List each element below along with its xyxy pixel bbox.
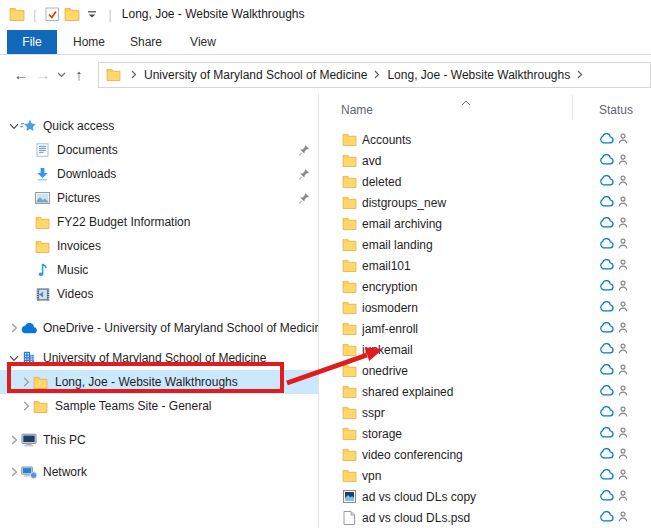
building-icon (20, 351, 37, 365)
file-row-ad-vs-cloud-dls-psd[interactable]: ad vs cloud DLs.psd (319, 507, 651, 528)
file-row-shared-explained[interactable]: shared explained (319, 381, 651, 402)
shared-status-icon (618, 490, 628, 504)
cloud-status-icon (599, 280, 614, 294)
sidebar-item-sample-teams-site-general[interactable]: Sample Teams Site - General (0, 394, 318, 418)
folder-icon (341, 427, 357, 440)
shared-status-icon (618, 175, 628, 189)
breadcrumb-folder-icon (105, 68, 122, 81)
chevron-right-icon[interactable] (8, 467, 20, 477)
file-row-email101[interactable]: email101 (319, 255, 651, 276)
sidebar-item-label: Long, Joe - Website Walkthroughs (55, 375, 238, 389)
column-header-name[interactable]: Name (341, 103, 373, 117)
customize-qat-dropdown-icon[interactable] (82, 4, 102, 24)
sidebar-section-network[interactable]: Network (0, 460, 318, 484)
chevron-down-icon[interactable] (8, 355, 20, 362)
pin-icon (298, 168, 310, 183)
file-row-junkemail[interactable]: junkemail (319, 339, 651, 360)
cloud-status-icon (599, 217, 614, 231)
file-row-vpn[interactable]: vpn (319, 465, 651, 486)
file-name: distgroups_new (362, 196, 599, 210)
tab-view[interactable]: View (178, 30, 228, 54)
address-field[interactable]: University of Maryland School of Medicin… (98, 62, 651, 88)
tab-share[interactable]: Share (121, 30, 171, 54)
image-icon (341, 490, 357, 503)
folder-icon (341, 175, 357, 188)
file-row-storage[interactable]: storage (319, 423, 651, 444)
chevron-right-icon[interactable] (20, 377, 32, 387)
file-row-video-conferencing[interactable]: video conferencing (319, 444, 651, 465)
breadcrumb-crumb-2[interactable]: Long, Joe - Website Walkthroughs (383, 68, 574, 82)
sidebar-section-label: This PC (43, 433, 86, 447)
file-row-iosmodern[interactable]: iosmodern (319, 297, 651, 318)
file-row-email-landing[interactable]: email landing (319, 234, 651, 255)
new-folder-icon[interactable] (62, 4, 82, 24)
title-bar: | | Long, Joe - Website Walkthroughs (0, 0, 651, 28)
file-name: video conferencing (362, 448, 599, 462)
breadcrumb-chevron-icon[interactable] (371, 70, 383, 79)
file-name: shared explained (362, 385, 599, 399)
sidebar-section-quick-access[interactable]: Quick access (0, 114, 318, 138)
sidebar-section-this-pc[interactable]: This PC (0, 428, 318, 452)
file-row-encryption[interactable]: encryption (319, 276, 651, 297)
sidebar-section-label: University of Maryland School of Medicin… (43, 351, 266, 365)
shared-status-icon (618, 364, 628, 378)
file-row-deleted[interactable]: deleted (319, 171, 651, 192)
folder-icon (341, 406, 357, 419)
sidebar-item-documents[interactable]: Documents (0, 138, 318, 162)
file-explorer-window: | | Long, Joe - Website Walkthroughs Fil… (0, 0, 651, 528)
folder-icon (341, 322, 357, 335)
sidebar-section-onedrive-university-of-maryland-school-of-medicir[interactable]: OneDrive - University of Maryland School… (0, 316, 318, 340)
cloud-status-icon (599, 385, 614, 399)
file-row-sspr[interactable]: sspr (319, 402, 651, 423)
file-row-ad-vs-cloud-dls-copy[interactable]: ad vs cloud DLs copy (319, 486, 651, 507)
folder-icon (341, 154, 357, 167)
folder-icon (341, 385, 357, 398)
recent-locations-dropdown-icon[interactable] (54, 72, 68, 78)
cloud-status-icon (599, 490, 614, 504)
forward-button[interactable]: → (32, 66, 54, 83)
file-row-accounts[interactable]: Accounts (319, 129, 651, 150)
sidebar-item-pictures[interactable]: Pictures (0, 186, 318, 210)
file-row-avd[interactable]: avd (319, 150, 651, 171)
chevron-right-icon[interactable] (8, 435, 20, 445)
sidebar-section-label: OneDrive - University of Maryland School… (43, 321, 318, 335)
sidebar-item-music[interactable]: Music (0, 258, 318, 282)
sidebar-item-label: Documents (57, 143, 118, 157)
shared-status-icon (618, 259, 628, 273)
file-row-onedrive[interactable]: onedrive (319, 360, 651, 381)
column-header-status[interactable]: Status (599, 103, 633, 117)
cloud-status-icon (599, 238, 614, 252)
sidebar-item-invoices[interactable]: Invoices (0, 234, 318, 258)
cloud-status-icon (599, 343, 614, 357)
navigation-pane: Quick accessDocumentsDownloadsPicturesFY… (0, 94, 319, 528)
sidebar-item-fy22-budget-information[interactable]: FY22 Budget Information (0, 210, 318, 234)
file-rows: Accountsavddeleteddistgroups_newemail ar… (319, 129, 651, 528)
folder-icon (341, 259, 357, 272)
shared-status-icon (618, 154, 628, 168)
file-row-distgroups-new[interactable]: distgroups_new (319, 192, 651, 213)
chevron-right-icon[interactable] (8, 323, 20, 333)
sidebar-section-university-of-maryland-school-of-medicine[interactable]: University of Maryland School of Medicin… (0, 346, 318, 370)
tab-home[interactable]: Home (64, 30, 114, 54)
file-row-jamf-enroll[interactable]: jamf-enroll (319, 318, 651, 339)
sidebar-item-long-joe-website-walkthroughs[interactable]: Long, Joe - Website Walkthroughs (0, 370, 318, 394)
tab-file[interactable]: File (7, 30, 57, 54)
column-divider[interactable] (572, 95, 573, 120)
breadcrumb-chevron-icon[interactable] (128, 70, 140, 79)
chevron-down-icon[interactable] (8, 123, 20, 130)
file-list-pane: Name Status Accountsavddeleteddistgroups… (319, 94, 651, 528)
back-button[interactable]: ← (10, 66, 32, 83)
chevron-right-icon[interactable] (20, 401, 32, 411)
folder-icon (32, 400, 49, 413)
cloud-status-icon (599, 469, 614, 483)
shared-status-icon (618, 427, 628, 441)
properties-check-icon[interactable] (42, 4, 62, 24)
up-button[interactable]: ↑ (68, 66, 90, 83)
file-row-email-archiving[interactable]: email archiving (319, 213, 651, 234)
sidebar-item-videos[interactable]: Videos (0, 282, 318, 306)
file-name: avd (362, 154, 599, 168)
breadcrumb-chevron-icon[interactable] (574, 70, 586, 79)
breadcrumb-crumb-1[interactable]: University of Maryland School of Medicin… (140, 68, 371, 82)
cloud-status-icon (599, 406, 614, 420)
sidebar-item-downloads[interactable]: Downloads (0, 162, 318, 186)
